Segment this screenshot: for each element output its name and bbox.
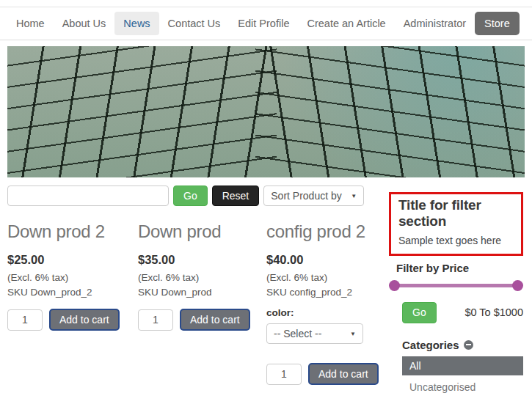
nav-item-edit-profile[interactable]: Edit Profile xyxy=(229,12,298,35)
nav-item-news[interactable]: News xyxy=(114,12,158,35)
product-search-toolbar: Go Reset Sort Product by ▼ xyxy=(7,186,364,206)
top-navbar: Home About Us News Contact Us Edit Profi… xyxy=(0,7,532,40)
nav-item-create-article[interactable]: Create an Article xyxy=(298,12,394,35)
color-select-value: -- Select -- xyxy=(274,328,321,339)
sort-product-select[interactable]: Sort Product by ▼ xyxy=(263,186,364,206)
product-price: $35.00 xyxy=(138,253,266,267)
banner-image xyxy=(7,46,525,177)
add-to-cart-button[interactable]: Add to cart xyxy=(49,309,120,331)
search-go-button[interactable]: Go xyxy=(173,186,208,206)
banner-right-panels xyxy=(255,46,525,177)
cart-row: Add to cart xyxy=(7,309,138,331)
search-reset-button[interactable]: Reset xyxy=(212,186,260,206)
categories-section: Categories All Uncategorised News xyxy=(389,339,523,393)
color-option-label: color: xyxy=(266,307,386,318)
slider-track[interactable] xyxy=(390,284,522,287)
nav-item-home[interactable]: Home xyxy=(7,12,54,35)
quantity-input[interactable] xyxy=(7,309,43,331)
quantity-input[interactable] xyxy=(138,309,173,331)
chevron-down-icon: ▼ xyxy=(350,331,356,337)
nav-item-about-us[interactable]: About Us xyxy=(54,12,115,35)
product-card-down-prod-2: Down prod 2 $25.00 (Excl. 6% tax) SKU Do… xyxy=(7,221,138,385)
category-item-all[interactable]: All xyxy=(402,356,523,375)
price-range-slider[interactable] xyxy=(389,280,523,291)
cart-row: Add to cart xyxy=(138,309,266,331)
sort-select-value: Sort Product by xyxy=(271,190,342,202)
product-title[interactable]: config prod 2 xyxy=(266,221,386,242)
price-filter-go-button[interactable]: Go xyxy=(402,302,437,323)
product-tax-note: (Excl. 6% tax) xyxy=(266,272,386,283)
product-title[interactable]: Down prod 2 xyxy=(7,221,138,242)
product-sku: SKU Down_prod_2 xyxy=(7,287,138,298)
product-sku: SKU config_prod_2 xyxy=(266,287,386,298)
cart-row: Add to cart xyxy=(266,363,386,385)
category-list: All Uncategorised News xyxy=(402,356,523,393)
product-card-config-prod-2: config prod 2 $40.00 (Excl. 6% tax) SKU … xyxy=(266,221,386,385)
add-to-cart-button[interactable]: Add to cart xyxy=(308,363,379,385)
filter-section-box: Title for filter section Sample text goe… xyxy=(389,192,523,256)
nav-item-store[interactable]: Store xyxy=(475,12,520,35)
minus-circle-icon[interactable] xyxy=(464,340,473,350)
search-input[interactable] xyxy=(7,186,169,206)
categories-heading: Categories xyxy=(402,339,523,351)
filter-by-price-heading: Filter by Price xyxy=(396,262,523,274)
add-to-cart-button[interactable]: Add to cart xyxy=(180,309,250,331)
nav-item-contact-us[interactable]: Contact Us xyxy=(159,12,230,35)
quantity-input[interactable] xyxy=(266,364,302,385)
product-grid: Down prod 2 $25.00 (Excl. 6% tax) SKU Do… xyxy=(7,221,386,385)
slider-handle-max[interactable] xyxy=(512,280,523,291)
product-tax-note: (Excl. 6% tax) xyxy=(138,272,266,283)
nav-item-administrator[interactable]: Administrator xyxy=(395,12,475,35)
product-sku: SKU Down_prod xyxy=(138,287,266,298)
product-price: $25.00 xyxy=(7,253,138,267)
category-item-uncategorised[interactable]: Uncategorised xyxy=(402,378,523,393)
chevron-down-icon: ▼ xyxy=(351,193,357,199)
color-select[interactable]: -- Select -- ▼ xyxy=(266,323,363,344)
sidebar: Title for filter section Sample text goe… xyxy=(389,192,523,393)
categories-title: Categories xyxy=(402,339,459,351)
product-card-down-prod: Down prod $35.00 (Excl. 6% tax) SKU Down… xyxy=(138,221,266,385)
banner-left-panels xyxy=(7,46,277,177)
product-tax-note: (Excl. 6% tax) xyxy=(7,272,138,283)
price-filter-row: Go $0 To $1000 xyxy=(389,302,523,323)
price-range-text: $0 To $1000 xyxy=(464,306,523,318)
slider-handle-min[interactable] xyxy=(389,280,400,291)
product-title[interactable]: Down prod xyxy=(138,221,266,242)
filter-section-title: Title for filter section xyxy=(398,197,514,229)
filter-section-text: Sample text goes here xyxy=(398,235,514,246)
product-price: $40.00 xyxy=(266,253,386,267)
